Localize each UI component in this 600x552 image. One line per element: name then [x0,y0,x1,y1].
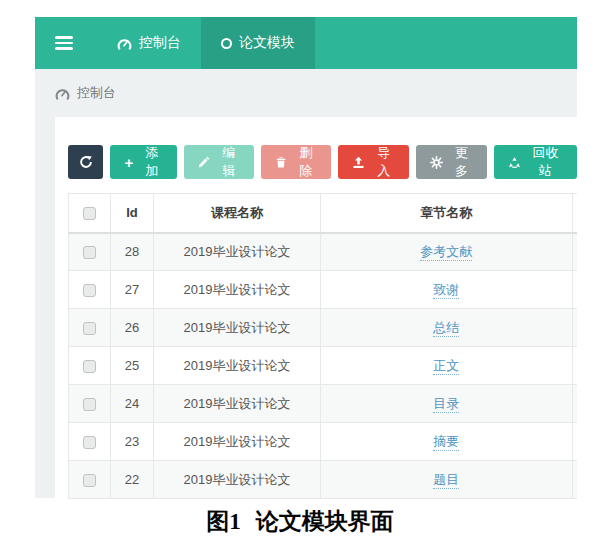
row-chapter-link[interactable]: 参考文献 [420,244,472,261]
delete-button-label: 删除 [294,144,317,180]
edit-button[interactable]: 编辑 [184,145,254,179]
row-checkbox[interactable] [83,398,96,411]
row-stub [572,423,577,461]
edit-button-label: 编辑 [217,144,240,180]
refresh-button[interactable] [68,145,103,179]
circle-icon [221,38,232,49]
row-checkbox[interactable] [83,246,96,259]
row-checkbox[interactable] [83,436,96,449]
table-row: 24 2019毕业设计论文 目录 [69,385,578,423]
row-chapter-cell: 目录 [321,385,573,423]
table-row: 28 2019毕业设计论文 参考文献 [69,233,578,271]
row-select-cell [69,309,111,347]
more-button[interactable]: 更多 [416,145,487,179]
recycle-bin-button-label: 回收站 [528,144,563,180]
add-button[interactable]: + 添加 [110,145,177,179]
row-id: 23 [111,423,154,461]
content-panel: + 添加 编辑 [55,117,577,498]
row-stub [572,309,577,347]
table-row: 27 2019毕业设计论文 致谢 [69,271,578,309]
add-button-label: 添加 [140,144,163,180]
row-chapter-cell: 总结 [321,309,573,347]
row-chapter-cell: 摘要 [321,423,573,461]
row-chapter-cell: 参考文献 [321,233,573,271]
figure-number: 图1 [206,509,241,534]
row-stub [572,271,577,309]
row-id: 26 [111,309,154,347]
row-chapter-cell: 正文 [321,347,573,385]
tab-console-label: 控制台 [139,34,181,52]
tab-paper-module-label: 论文模块 [239,34,295,52]
header-course-name: 课程名称 [154,194,321,233]
recycle-icon [508,156,521,169]
content-area: 控制台 + 添加 [35,69,577,498]
tab-console[interactable]: 控制台 [97,17,201,69]
header-chapter-name: 章节名称 [321,194,573,233]
toolbar: + 添加 编辑 [68,145,577,179]
row-select-cell [69,461,111,499]
table-row: 23 2019毕业设计论文 摘要 [69,423,578,461]
import-button[interactable]: 导入 [338,145,409,179]
breadcrumb: 控制台 [35,69,577,117]
row-chapter-link[interactable]: 摘要 [433,434,459,451]
row-id: 25 [111,347,154,385]
select-all-cell [69,194,111,233]
admin-ui-screenshot: 控制台 论文模块 控制台 [35,17,577,498]
row-select-cell [69,385,111,423]
row-id: 28 [111,233,154,271]
row-chapter-link[interactable]: 目录 [433,396,459,413]
pencil-icon [198,156,210,168]
recycle-bin-button[interactable]: 回收站 [494,145,577,179]
row-stub [572,461,577,499]
row-course-name: 2019毕业设计论文 [154,271,321,309]
top-navbar: 控制台 论文模块 [35,17,577,69]
row-checkbox[interactable] [83,360,96,373]
table-row: 26 2019毕业设计论文 总结 [69,309,578,347]
plus-icon: + [124,155,133,170]
table-row: 22 2019毕业设计论文 题目 [69,461,578,499]
import-button-label: 导入 [372,144,395,180]
row-chapter-link[interactable]: 总结 [433,320,459,337]
row-stub [572,347,577,385]
gear-icon [430,156,443,169]
row-course-name: 2019毕业设计论文 [154,423,321,461]
more-button-label: 更多 [450,144,473,180]
table-row: 25 2019毕业设计论文 正文 [69,347,578,385]
row-chapter-link[interactable]: 致谢 [433,282,459,299]
row-stub [572,233,577,271]
breadcrumb-label: 控制台 [77,84,116,102]
figure-caption: 图1论文模块界面 [0,506,600,537]
dashboard-icon [117,37,132,50]
row-id: 22 [111,461,154,499]
row-course-name: 2019毕业设计论文 [154,233,321,271]
row-course-name: 2019毕业设计论文 [154,385,321,423]
trash-icon [275,156,287,169]
row-checkbox[interactable] [83,322,96,335]
row-stub [572,385,577,423]
row-chapter-cell: 致谢 [321,271,573,309]
data-table: Id 课程名称 章节名称 28 2019毕业设计论文 [68,193,577,499]
table-header-row: Id 课程名称 章节名称 [69,194,578,233]
page: 控制台 论文模块 控制台 [0,0,600,552]
row-id: 27 [111,271,154,309]
row-checkbox[interactable] [83,474,96,487]
figure-title: 论文模块界面 [256,509,394,534]
row-course-name: 2019毕业设计论文 [154,347,321,385]
upload-icon [352,156,365,169]
menu-toggle-icon[interactable] [55,36,73,50]
header-id: Id [111,194,154,233]
row-id: 24 [111,385,154,423]
tab-paper-module[interactable]: 论文模块 [201,17,315,69]
select-all-checkbox[interactable] [83,207,96,220]
header-stub [572,194,577,233]
delete-button[interactable]: 删除 [261,145,331,179]
row-chapter-link[interactable]: 题目 [433,472,459,489]
row-course-name: 2019毕业设计论文 [154,461,321,499]
row-chapter-cell: 题目 [321,461,573,499]
row-chapter-link[interactable]: 正文 [433,358,459,375]
row-select-cell [69,347,111,385]
dashboard-icon [55,87,70,100]
row-checkbox[interactable] [83,284,96,297]
row-select-cell [69,423,111,461]
row-course-name: 2019毕业设计论文 [154,309,321,347]
